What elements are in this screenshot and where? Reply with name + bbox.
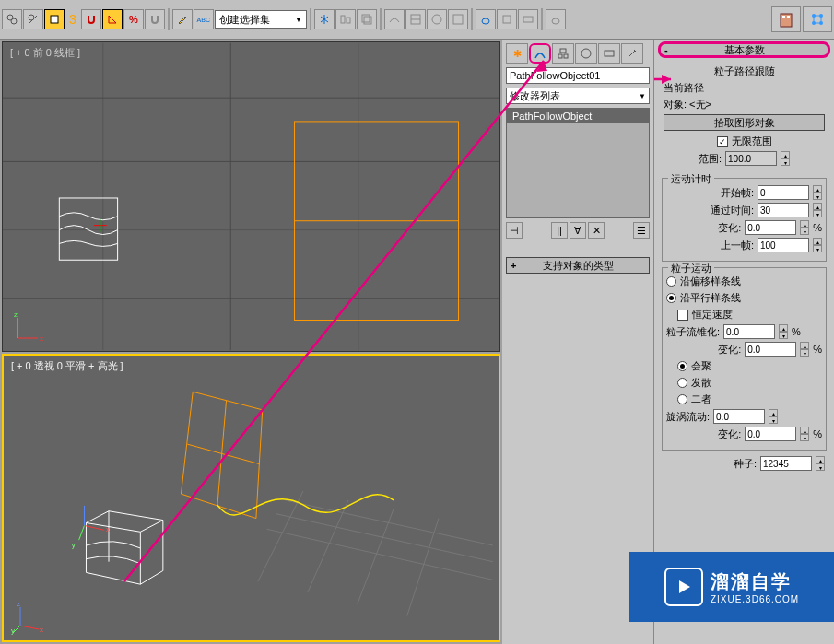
percent-icon[interactable]: % (123, 9, 144, 29)
converge-label: 会聚 (691, 359, 711, 373)
svg-marker-74 (679, 580, 690, 593)
curve-icon[interactable] (384, 9, 405, 29)
swirl-input[interactable] (713, 409, 765, 424)
tab-modify-icon[interactable] (529, 43, 551, 64)
along-parallel-label: 沿平行样条线 (680, 291, 741, 305)
start-frame-input[interactable] (758, 185, 809, 200)
schema-icon[interactable] (405, 9, 426, 29)
viewports-container: [ + 0 前 0 线框 ] (0, 40, 502, 644)
range-input (725, 151, 777, 166)
pct: % (813, 344, 822, 355)
constant-speed-checkbox[interactable] (677, 310, 688, 321)
magnet-icon[interactable] (81, 9, 101, 29)
swirl-label: 旋涡流动: (666, 410, 710, 424)
configure-icon[interactable]: ☰ (633, 222, 650, 239)
variation1-input[interactable] (745, 220, 796, 235)
modifier-list-dropdown[interactable]: 修改器列表▼ (506, 88, 650, 104)
taper-spinner[interactable]: ▴▾ (779, 324, 788, 339)
pass-time-input[interactable] (758, 203, 809, 217)
teapot2-icon[interactable] (546, 9, 566, 29)
pin-stack-icon[interactable]: ⊣ (506, 222, 523, 239)
swirl-spinner[interactable]: ▴▾ (769, 409, 778, 424)
range-spinner[interactable]: ▴▾ (781, 151, 790, 166)
object-name-input[interactable] (506, 67, 650, 84)
last-frame-input[interactable] (758, 238, 809, 252)
material-icon[interactable] (427, 9, 447, 29)
pct: % (813, 428, 822, 439)
seed-input[interactable] (760, 456, 812, 471)
diverge-radio[interactable] (677, 378, 687, 388)
along-parallel-radio[interactable] (666, 293, 676, 303)
link-icon[interactable] (2, 9, 22, 29)
along-offset-radio[interactable] (666, 276, 676, 287)
stream-taper-input[interactable] (723, 324, 775, 339)
tab-hierarchy-icon[interactable] (552, 43, 574, 64)
magnet2-icon[interactable] (145, 9, 165, 29)
basic-params-title: 基本参数 (724, 43, 765, 57)
basic-params-header[interactable]: - 基本参数 (658, 41, 830, 58)
separator (471, 8, 473, 30)
selection-set-dropdown[interactable]: 创建选择集▼ (215, 10, 307, 29)
svg-rect-12 (453, 15, 463, 24)
last-frame-spinner[interactable]: ▴▾ (813, 238, 822, 252)
start-frame-spinner[interactable]: ▴▾ (813, 185, 822, 200)
render-frame-icon[interactable] (518, 9, 538, 29)
pencil-icon[interactable] (172, 9, 193, 29)
building-icon[interactable] (771, 6, 801, 32)
separator (380, 8, 382, 30)
supported-types-rollout[interactable]: + 支持对象的类型 (506, 257, 650, 274)
modifier-dropdown-label: 修改器列表 (510, 89, 560, 103)
tab-display-icon[interactable] (598, 43, 620, 64)
variation3-input[interactable] (745, 427, 796, 441)
supported-types-label: 支持对象的类型 (543, 259, 614, 273)
unique-icon[interactable]: ∀ (570, 222, 586, 239)
viewport-front[interactable]: [ + 0 前 0 线框 ] (2, 41, 500, 352)
svg-line-50 (407, 519, 439, 616)
converge-radio[interactable] (677, 361, 687, 371)
pick-shape-button[interactable]: 拾取图形对象 (664, 114, 825, 131)
pct-label: % (813, 222, 822, 233)
var3-spinner[interactable]: ▴▾ (800, 427, 809, 441)
tab-utilities-icon[interactable] (621, 43, 643, 64)
show-end-icon[interactable]: || (551, 222, 568, 239)
teapot-icon[interactable] (476, 9, 496, 29)
svg-rect-8 (364, 17, 371, 24)
render-icon[interactable] (448, 9, 468, 29)
tab-create-icon[interactable]: ✱ (506, 43, 528, 64)
remove-mod-icon[interactable]: ✕ (588, 222, 605, 239)
svg-rect-17 (781, 14, 792, 27)
align-icon[interactable] (335, 9, 356, 29)
svg-text:x: x (106, 525, 110, 533)
tab-motion-icon[interactable] (575, 43, 597, 64)
modifier-stack[interactable]: PathFollowObject (506, 108, 650, 218)
variation2-input[interactable] (745, 342, 796, 357)
var2-spinner[interactable]: ▴▾ (800, 342, 809, 357)
viewport-perspective[interactable]: [ + 0 透视 0 平滑 + 高光 ] (2, 354, 500, 642)
unlink-icon[interactable] (23, 9, 43, 29)
pass-time-spinner[interactable]: ▴▾ (813, 203, 822, 217)
abc-icon[interactable]: ABC (194, 9, 214, 29)
svg-text:y: y (72, 541, 76, 549)
infinite-range-checkbox[interactable]: ✓ (717, 136, 728, 147)
svg-rect-65 (560, 49, 566, 53)
svg-point-68 (581, 49, 591, 58)
svg-rect-7 (362, 15, 370, 22)
graph-icon[interactable] (803, 6, 832, 32)
svg-point-13 (482, 18, 489, 24)
modifier-stack-item[interactable]: PathFollowObject (507, 109, 649, 123)
watermark-sub: ZIXUE.3D66.COM (711, 594, 799, 604)
chevron-down-icon: ▼ (295, 16, 302, 24)
select-icon[interactable] (44, 9, 65, 29)
svg-line-47 (258, 491, 303, 581)
layer-icon[interactable] (357, 9, 377, 29)
mirror-icon[interactable] (314, 9, 335, 29)
var1-spinner[interactable]: ▴▾ (800, 220, 809, 235)
svg-point-1 (11, 18, 17, 24)
render-setup-icon[interactable] (497, 9, 517, 29)
angle-snap-icon[interactable] (102, 9, 123, 29)
pass-time-label: 通过时间: (711, 204, 754, 217)
start-frame-label: 开始帧: (721, 186, 754, 200)
chevron-down-icon: ▼ (639, 92, 646, 100)
both-radio[interactable] (677, 394, 687, 404)
seed-spinner[interactable]: ▴▾ (816, 456, 825, 471)
